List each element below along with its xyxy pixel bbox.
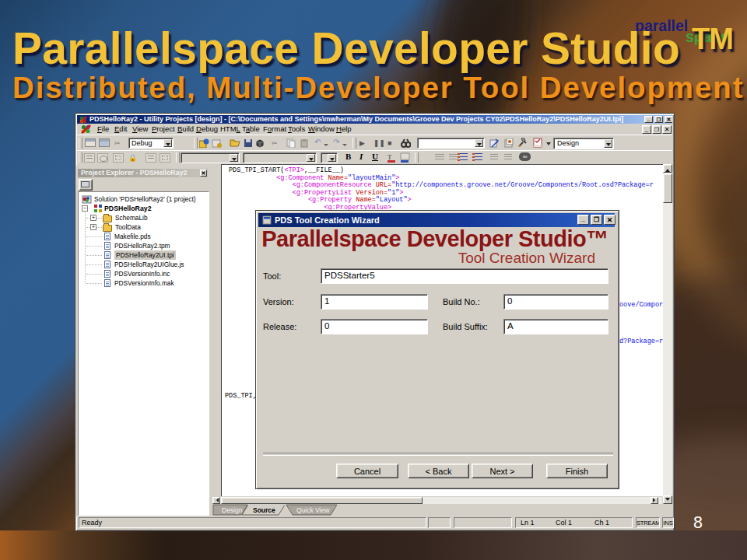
svg-text:Quick View: Quick View	[296, 506, 330, 514]
svg-text:T: T	[388, 153, 392, 161]
svg-text:Design: Design	[222, 506, 243, 514]
svg-text:Source: Source	[253, 506, 275, 514]
